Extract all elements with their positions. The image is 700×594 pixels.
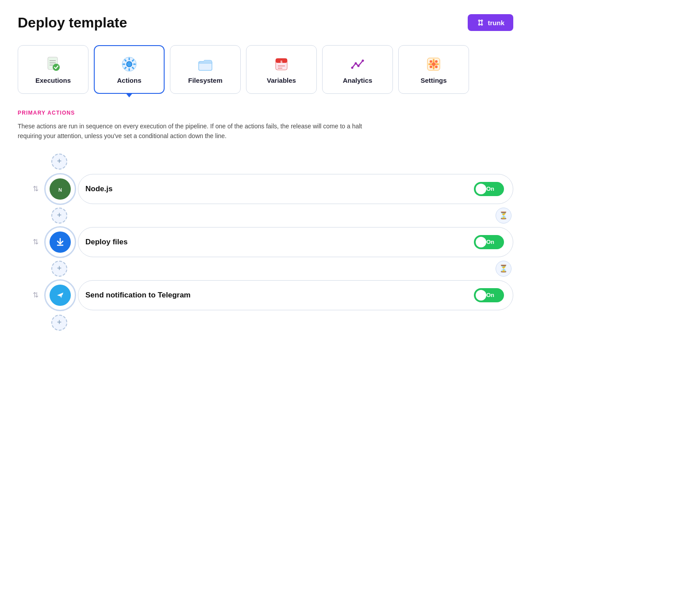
svg-text:N: N [58, 187, 62, 193]
table-row: ⇅ Deploy files On [27, 226, 513, 258]
trunk-button[interactable]: trunk [468, 14, 514, 31]
tab-executions-label: Executions [35, 77, 71, 84]
section-description: These actions are run in sequence on eve… [18, 121, 381, 141]
svg-point-29 [351, 66, 354, 69]
page-header: Deploy template trunk [18, 14, 513, 31]
section-label: PRIMARY ACTIONS [18, 110, 513, 116]
toggle-deployfiles[interactable]: On [474, 235, 504, 249]
action-icon-wrap-deployfiles [44, 226, 76, 258]
action-card-telegram[interactable]: Send notification to Telegram On [78, 280, 513, 310]
svg-point-36 [430, 66, 432, 68]
timer-icon-1[interactable]: ⏳ [496, 208, 512, 224]
tab-actions[interactable]: Actions [94, 45, 165, 94]
svg-rect-15 [129, 58, 130, 60]
svg-point-32 [362, 59, 364, 62]
table-row: ⇅ N Node.js On [27, 173, 513, 205]
timer-icon-2[interactable]: ⏳ [496, 261, 512, 277]
executions-icon [44, 55, 62, 73]
svg-rect-21 [123, 63, 125, 65]
svg-point-31 [358, 65, 360, 67]
svg-point-35 [435, 60, 438, 63]
add-action-button-top[interactable]: + [51, 154, 67, 170]
action-card-nodejs[interactable]: Node.js On [78, 174, 513, 204]
svg-text:$: $ [281, 60, 283, 64]
tab-filesystem[interactable]: Filesystem [170, 45, 241, 94]
action-name-nodejs: Node.js [85, 185, 112, 193]
drag-handle-nodejs[interactable]: ⇅ [27, 185, 44, 193]
tabs-row: Executions Actions Filesystem [18, 45, 513, 94]
svg-point-37 [435, 66, 438, 68]
drag-handle-telegram[interactable]: ⇅ [27, 291, 44, 299]
tab-settings-label: Settings [420, 77, 446, 84]
between-row-2: + ⏳ [27, 261, 513, 277]
action-name-deployfiles: Deploy files [85, 238, 127, 247]
tab-analytics[interactable]: Analytics [322, 45, 393, 94]
svg-rect-19 [129, 68, 130, 71]
toggle-label-telegram: On [486, 292, 494, 298]
tab-variables-label: Variables [267, 77, 296, 84]
settings-icon [425, 55, 442, 73]
tab-settings[interactable]: Settings [398, 45, 469, 94]
tab-actions-label: Actions [117, 77, 141, 84]
action-icon-wrap-nodejs: N [44, 173, 76, 205]
svg-point-34 [430, 60, 432, 63]
toggle-label-nodejs: On [486, 185, 494, 192]
svg-point-14 [127, 62, 132, 67]
primary-actions-section: PRIMARY ACTIONS These actions are run in… [18, 110, 513, 141]
telegram-icon [50, 285, 71, 306]
tab-filesystem-label: Filesystem [188, 77, 223, 84]
pipeline: + ⇅ N Node.js On + ⏳ ⇅ [18, 154, 513, 331]
nodejs-icon: N [50, 178, 71, 200]
table-row: ⇅ Send notification to Telegram On [27, 279, 513, 311]
filesystem-icon [196, 55, 214, 73]
drag-handle-deployfiles[interactable]: ⇅ [27, 238, 44, 246]
svg-rect-17 [133, 63, 136, 65]
tab-executions[interactable]: Executions [18, 45, 88, 94]
trunk-icon [477, 19, 485, 27]
toggle-label-deployfiles: On [486, 239, 494, 245]
svg-point-40 [432, 62, 435, 66]
toggle-nodejs[interactable]: On [474, 182, 504, 196]
page-title: Deploy template [18, 15, 127, 31]
action-card-deployfiles[interactable]: Deploy files On [78, 227, 513, 257]
variables-icon: $ [273, 55, 290, 73]
svg-point-30 [355, 62, 357, 64]
svg-point-12 [53, 64, 60, 71]
add-action-button-bottom[interactable]: + [51, 315, 67, 331]
deployfiles-icon [50, 231, 71, 253]
tab-variables[interactable]: $ Variables [246, 45, 317, 94]
between-row-1: + ⏳ [27, 208, 513, 224]
action-icon-wrap-telegram [44, 279, 76, 311]
toggle-telegram[interactable]: On [474, 288, 504, 302]
analytics-icon [349, 55, 366, 73]
tab-analytics-label: Analytics [343, 77, 373, 84]
add-action-button-1[interactable]: + [51, 208, 67, 224]
add-action-button-2[interactable]: + [51, 261, 67, 277]
actions-icon [120, 55, 138, 73]
action-name-telegram: Send notification to Telegram [85, 291, 191, 300]
